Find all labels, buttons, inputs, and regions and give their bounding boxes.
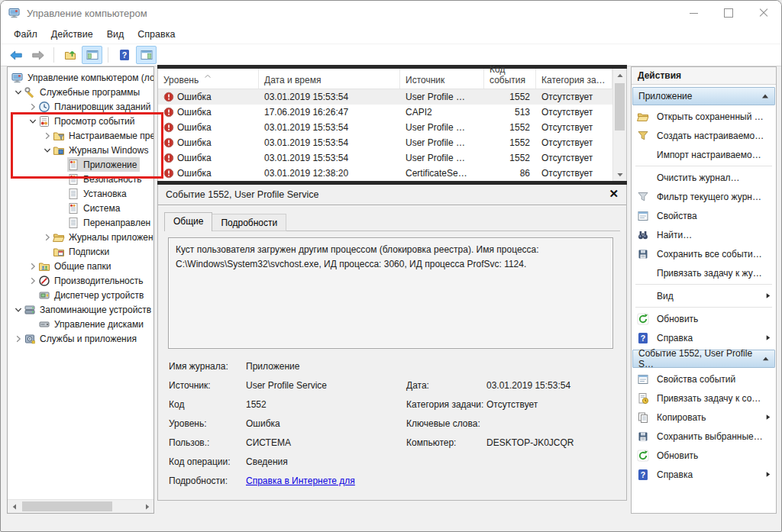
tree-item-windows-logs[interactable]: Журналы Windows [8, 143, 153, 157]
event-row[interactable]: Ошибка 03.01.2019 15:53:54 User Profile … [158, 150, 626, 166]
tree-item-computer-management[interactable]: Управление компьютером (ло [8, 70, 153, 85]
scroll-up-icon[interactable] [613, 69, 626, 82]
up-level-button[interactable] [60, 46, 80, 64]
tree-item-services-apps[interactable]: Службы и приложения [8, 331, 153, 346]
event-row[interactable]: Ошибка 03.01.2019 12:38:20 CertificateSe… [158, 166, 626, 181]
event-row[interactable]: Ошибка 03.01.2019 15:53:54 User Profile … [158, 120, 626, 135]
event-row[interactable]: Ошибка 17.06.2019 16:26:47 CAPI2 513 Отс… [158, 105, 626, 120]
tree-item-app-service-logs[interactable]: Журналы приложен [8, 230, 153, 244]
action-filter-current-log[interactable]: Фильтр текущего журн… [632, 187, 776, 206]
scroll-left-icon[interactable] [8, 500, 21, 513]
tree-item-event-viewer[interactable]: Просмотр событий [8, 114, 153, 128]
column-event-code[interactable]: Код события [484, 69, 536, 89]
chevron-collapsed-icon[interactable] [41, 234, 53, 241]
actions-section-event[interactable]: Событие 1552, User Profile S… [632, 350, 775, 368]
tree-item-device-manager[interactable]: Диспетчер устройств [8, 288, 153, 302]
properties-icon [637, 373, 650, 385]
tree-item-system-log[interactable]: Система [8, 201, 153, 215]
chevron-collapsed-icon[interactable] [41, 132, 53, 140]
scroll-down-icon[interactable] [613, 168, 626, 181]
scroll-right-icon[interactable] [141, 500, 153, 513]
action-pane-toggle-button[interactable] [136, 46, 157, 64]
tab-general[interactable]: Общие [164, 212, 212, 231]
tree-item-task-scheduler[interactable]: Планировщик заданий [8, 99, 153, 114]
chevron-collapsed-icon[interactable] [27, 277, 38, 285]
action-refresh[interactable]: Обновить [632, 309, 776, 328]
action-import-custom-view[interactable]: Импорт настраиваемо… [632, 145, 776, 164]
tree-item-forwarded-log[interactable]: Перенаправлен [8, 215, 153, 230]
action-help[interactable]: Справка [632, 328, 776, 347]
menu-file[interactable]: Файл [7, 27, 44, 42]
column-level[interactable]: Уровень [158, 69, 259, 89]
computer-icon [11, 72, 24, 84]
action-create-custom-view[interactable]: Создать настраиваемо… [632, 126, 776, 145]
details-close-button[interactable]: ✕ [609, 188, 619, 200]
event-row[interactable]: Ошибка 03.01.2019 15:53:54 User Profile … [158, 89, 626, 105]
help-button[interactable] [114, 46, 134, 64]
computer-management-window: Управление компьютером Файл Действие Вид… [0, 0, 782, 532]
action-attach-task-to-log[interactable]: Привязать задачу к жу… [632, 263, 776, 282]
event-level: Ошибка [177, 153, 212, 163]
tree-item-storage[interactable]: Запоминающие устройств [8, 302, 153, 317]
scrollbar-thumb[interactable] [22, 501, 112, 511]
chevron-collapsed-icon[interactable] [12, 335, 24, 343]
column-source[interactable]: Источник [400, 69, 484, 89]
maximize-button[interactable] [711, 1, 746, 25]
action-view[interactable]: Вид [632, 286, 776, 305]
column-datetime[interactable]: Дата и время [259, 69, 400, 89]
action-open-saved-log[interactable]: Открыть сохраненный … [632, 107, 776, 126]
action-attach-task-to-event[interactable]: Привязать задачу к со… [632, 389, 776, 408]
filter-yellow-icon [637, 130, 650, 142]
forward-button[interactable] [27, 46, 48, 64]
menu-view[interactable]: Вид [100, 27, 131, 42]
action-event-properties[interactable]: Свойства событий [632, 369, 776, 389]
event-row[interactable]: Ошибка 03.01.2019 15:53:54 User Profile … [158, 135, 626, 150]
chevron-expanded-icon[interactable] [27, 118, 38, 125]
tree-item-custom-views[interactable]: Настраиваемые пре [8, 128, 153, 143]
collapse-icon[interactable] [761, 92, 769, 100]
console-tree-toggle-button[interactable] [82, 46, 102, 64]
action-clear-log[interactable]: Очистить журнал… [632, 168, 776, 187]
no-icon [637, 290, 650, 302]
tree-item-label: Служебные программы [40, 87, 140, 98]
close-button[interactable] [746, 1, 781, 25]
chevron-expanded-icon[interactable] [12, 306, 24, 314]
tree-item-shared-folders[interactable]: Общие папки [8, 259, 153, 273]
chevron-expanded-icon[interactable] [12, 89, 24, 96]
tree-item-security-log[interactable]: Безопасность [8, 172, 153, 186]
action-properties[interactable]: Свойства [632, 206, 776, 225]
tree-horizontal-scrollbar[interactable] [8, 499, 153, 513]
collapse-icon[interactable] [762, 355, 769, 363]
minimize-button[interactable] [676, 1, 711, 25]
tree-item-disk-management[interactable]: Управление дисками [8, 317, 153, 331]
chevron-collapsed-icon[interactable] [27, 103, 38, 111]
column-task-category[interactable]: Категория за… [536, 69, 612, 89]
online-help-link[interactable]: Справка в Интернете для [246, 476, 406, 486]
action-label: Создать настраиваемо… [657, 131, 764, 141]
event-code: 1552 [484, 122, 536, 133]
tree-item-system-tools[interactable]: Служебные программы [8, 85, 153, 99]
field-label: Дата: [406, 380, 486, 391]
back-button[interactable] [5, 46, 26, 64]
scrollbar-thumb[interactable] [615, 83, 625, 131]
chevron-expanded-icon[interactable] [41, 147, 53, 154]
action-refresh-event[interactable]: Обновить [632, 446, 776, 465]
action-help-event[interactable]: Справка [632, 465, 776, 484]
actions-section-application[interactable]: Приложение [632, 87, 775, 105]
action-copy[interactable]: Копировать [632, 408, 776, 427]
action-save-selected-events[interactable]: Сохранить выбранные… [632, 427, 776, 446]
action-save-all-events[interactable]: Сохранить все событи… [632, 244, 776, 263]
event-list-vertical-scrollbar[interactable] [612, 69, 626, 181]
chevron-collapsed-icon[interactable] [27, 263, 38, 270]
application-log-icon [67, 159, 79, 171]
tree-item-application-log[interactable]: Приложение [8, 157, 153, 172]
menu-help[interactable]: Справка [131, 27, 182, 42]
tree-item-label: Управление компьютером (ло [27, 73, 154, 83]
event-message-box[interactable]: Куст пользователя загружен другим процес… [168, 237, 613, 349]
tree-item-performance[interactable]: Производительность [8, 273, 153, 288]
menu-action[interactable]: Действие [44, 27, 100, 42]
tree-item-subscriptions[interactable]: Подписки [8, 244, 153, 259]
tab-details[interactable]: Подробности [212, 214, 286, 231]
tree-item-setup-log[interactable]: Установка [8, 186, 153, 201]
action-find[interactable]: Найти… [632, 225, 776, 244]
